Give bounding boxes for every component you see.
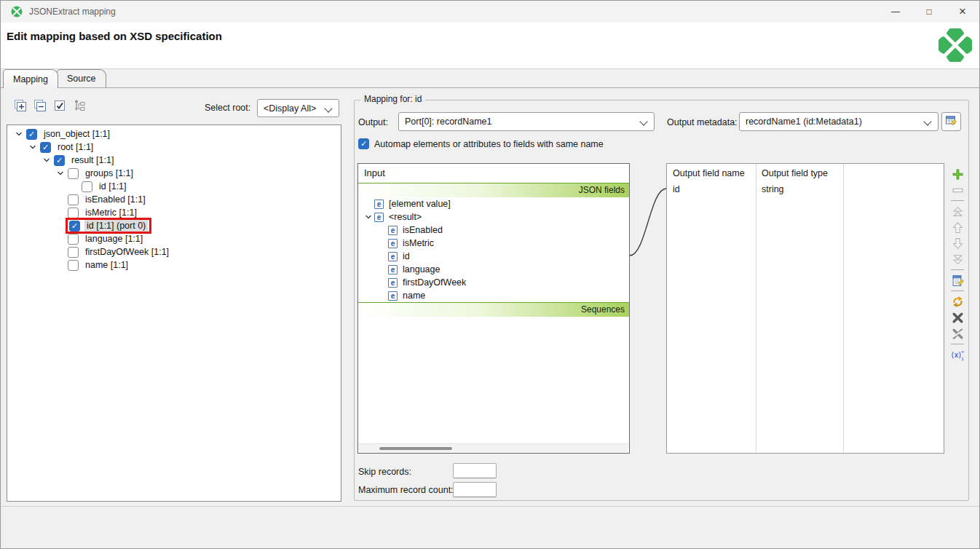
- expand-all-icon[interactable]: [12, 98, 28, 114]
- scrollbar-thumb[interactable]: [379, 447, 452, 450]
- automap-icon[interactable]: [949, 294, 965, 309]
- output-field-type: string: [756, 184, 843, 194]
- tree-item-checkbox[interactable]: [68, 168, 79, 179]
- output-metadata-combobox[interactable]: recordName1 (id:Metadata1): [739, 112, 938, 131]
- json-fields-tree: e[element value]e<result>eisEnabledeisMe…: [358, 197, 629, 302]
- json-field-item[interactable]: eisEnabled: [358, 224, 629, 237]
- mapping-groupbox: Mapping for: id Output: Port[0]: recordN…: [354, 100, 969, 501]
- sequences-band: Sequences: [358, 302, 629, 317]
- json-field-label: [element value]: [389, 199, 451, 209]
- select-root-value: <Display All>: [264, 103, 316, 114]
- expander-spacer: [53, 245, 68, 258]
- tree-item[interactable]: id [1:1]: [7, 180, 341, 193]
- json-field-item[interactable]: e<result>: [358, 210, 629, 224]
- automap-label: Automap elements or attributes to fields…: [374, 139, 604, 149]
- tree-item-checkbox[interactable]: [40, 142, 51, 153]
- tab-mapping[interactable]: Mapping: [3, 69, 58, 88]
- titlebar: JSONExtract mapping —□×: [1, 1, 979, 23]
- output-combobox[interactable]: Port[0]: recordName1: [398, 112, 655, 131]
- tree-item[interactable]: isEnabled [1:1]: [7, 193, 341, 206]
- check-all-icon[interactable]: [52, 98, 68, 114]
- tree-item-checkbox[interactable]: [68, 260, 79, 271]
- skip-records-input[interactable]: [453, 463, 497, 478]
- json-field-item[interactable]: e[element value]: [358, 197, 629, 210]
- close-button[interactable]: ×: [946, 1, 979, 23]
- output-metadata-label: Output metadata:: [667, 117, 738, 127]
- automap-checkbox[interactable]: [358, 138, 369, 149]
- expander-spacer: [53, 193, 68, 206]
- tree-item[interactable]: root [1:1]: [7, 141, 341, 154]
- select-root-combobox[interactable]: <Display All>: [257, 99, 339, 117]
- tree-item[interactable]: groups [1:1]: [7, 167, 341, 180]
- highlight-box: id [1:1] (port 0): [66, 218, 151, 234]
- window-title: JSONExtract mapping: [29, 7, 116, 17]
- json-field-item[interactable]: eid: [358, 250, 629, 263]
- json-fields-band: JSON fields: [358, 183, 629, 197]
- groupbox-legend: Mapping for: id: [360, 94, 425, 104]
- json-field-item[interactable]: eisMetric: [358, 237, 629, 250]
- tree-item[interactable]: name [1:1]: [7, 258, 341, 272]
- mapping-connector-line: [630, 184, 666, 261]
- expander-spacer: [376, 237, 388, 250]
- tab-source-label: Source: [67, 74, 96, 84]
- output-label: Output:: [358, 117, 388, 127]
- clear-all-mappings-icon[interactable]: [949, 326, 965, 341]
- minimize-button[interactable]: —: [879, 1, 912, 23]
- tree-item[interactable]: isMetric [1:1]: [7, 206, 341, 219]
- clear-mapping-icon[interactable]: [949, 310, 965, 325]
- maximize-button[interactable]: □: [912, 1, 946, 23]
- edit-metadata-icon[interactable]: [949, 273, 965, 288]
- svg-text:(x): (x): [951, 351, 961, 359]
- tree-item[interactable]: language [1:1]: [7, 232, 341, 245]
- expander-spacer: [376, 276, 388, 289]
- expander-icon[interactable]: [53, 167, 68, 180]
- sequence-field-icon[interactable]: (x)∞1: [949, 347, 965, 362]
- tab-source[interactable]: Source: [57, 69, 106, 87]
- toolbar-separator: [951, 291, 964, 291]
- skip-records-label: Skip records:: [358, 467, 411, 477]
- tree-item-checkbox[interactable]: [26, 129, 37, 140]
- tree-item-checkbox[interactable]: [69, 221, 80, 232]
- tree-item[interactable]: json_object [1:1]: [7, 127, 341, 141]
- tree-structure-icon[interactable]: [71, 98, 87, 114]
- tree-item-checkbox[interactable]: [68, 208, 79, 218]
- tree-item-checkbox[interactable]: [68, 247, 79, 258]
- tree-item-label: id [1:1]: [97, 181, 129, 192]
- json-field-item[interactable]: ename: [358, 289, 629, 302]
- page-title: Edit mapping based on XSD specification: [7, 30, 222, 42]
- element-badge-icon: e: [388, 239, 398, 248]
- max-record-count-input[interactable]: [453, 482, 497, 497]
- column-divider: [756, 164, 756, 453]
- expander-icon[interactable]: [363, 210, 374, 224]
- output-table-row[interactable]: idstring: [667, 183, 944, 196]
- tree-item[interactable]: firstDayOfWeek [1:1]: [7, 245, 341, 258]
- json-field-item[interactable]: efirstDayOfWeek: [358, 276, 629, 289]
- tree-item[interactable]: id [1:1] (port 0): [7, 219, 341, 232]
- tree-item-checkbox[interactable]: [82, 181, 92, 192]
- table-pencil-icon: [945, 114, 957, 130]
- move-top-icon: [949, 204, 965, 218]
- horizontal-scrollbar[interactable]: [359, 443, 628, 453]
- collapse-all-icon[interactable]: [32, 98, 48, 114]
- expander-spacer: [363, 197, 374, 210]
- tree-item-checkbox[interactable]: [68, 194, 79, 205]
- expander-icon[interactable]: [12, 127, 26, 141]
- add-field-icon[interactable]: [949, 167, 965, 181]
- svg-text:1: 1: [961, 356, 964, 360]
- tree-item-checkbox[interactable]: [54, 155, 65, 166]
- json-field-item[interactable]: elanguage: [358, 263, 629, 276]
- input-panel-title: Input: [358, 164, 629, 183]
- dialog-footer: ? OK Cancel: [1, 506, 979, 549]
- tree-item[interactable]: result [1:1]: [7, 154, 341, 167]
- expander-icon[interactable]: [25, 141, 40, 154]
- expander-icon[interactable]: [39, 154, 54, 167]
- mapping-tab-content: Select root: <Display All> json_object […: [1, 88, 980, 506]
- window-controls: —□×: [879, 1, 979, 23]
- expander-spacer: [53, 258, 68, 272]
- output-table-header: Output field nameOutput field type: [667, 164, 944, 183]
- app-icon: [11, 6, 23, 17]
- edit-metadata-button[interactable]: [941, 112, 961, 131]
- tree-item-checkbox[interactable]: [68, 234, 79, 245]
- tab-mapping-label: Mapping: [13, 74, 48, 84]
- move-down-icon: [949, 236, 965, 250]
